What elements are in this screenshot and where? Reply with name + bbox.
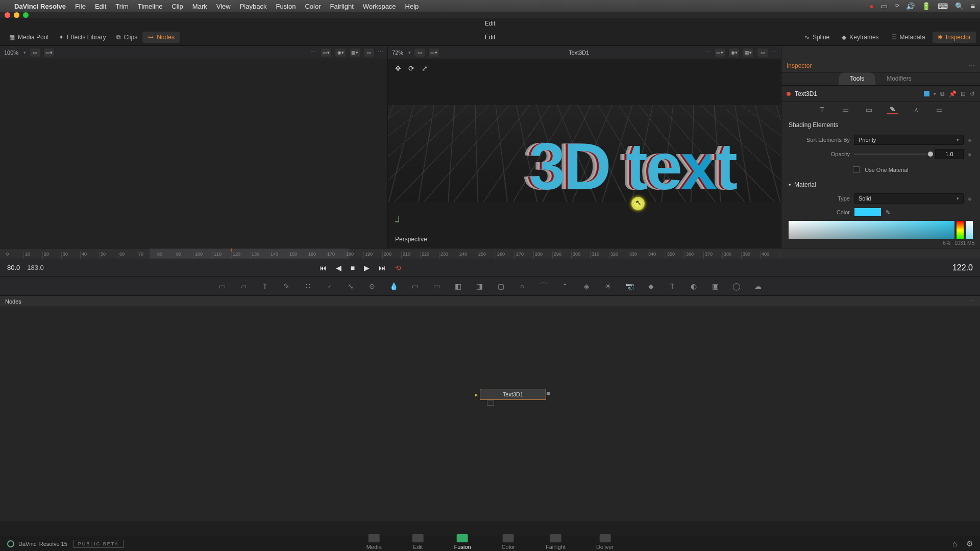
menu-clip[interactable]: Clip — [172, 3, 183, 10]
node-viewer-dot[interactable] — [487, 400, 494, 406]
tab-modifiers[interactable]: Modifiers — [875, 72, 923, 85]
tool-wand-icon[interactable]: ⌃ — [560, 281, 570, 291]
tool-rect-icon[interactable]: ▢ — [496, 281, 506, 291]
time-ruler[interactable]: 0102030405060708090100110120130140150160… — [0, 248, 980, 259]
nodes-graph[interactable]: ▸ Text3D1 — [0, 307, 980, 521]
type-select[interactable]: Solid — [854, 193, 964, 204]
tab-settings-icon[interactable]: ▭ — [934, 105, 945, 114]
node-text3d[interactable]: ▸ Text3D1 — [480, 389, 546, 400]
menu-playback[interactable]: Playback — [240, 3, 267, 10]
menu-icon[interactable]: ≡ — [971, 2, 975, 10]
tool-shape3d-icon[interactable]: ◆ — [646, 281, 656, 291]
view-btn-5[interactable]: ▦▾ — [349, 48, 360, 57]
keyframe-icon[interactable]: ◆ — [968, 152, 973, 157]
keyframes-button[interactable]: ◆Keyframes — [837, 32, 884, 43]
node-output-icon[interactable] — [547, 392, 550, 395]
loop-button[interactable]: ⟲ — [395, 264, 401, 272]
nodes-button[interactable]: ⊶Nodes — [142, 32, 180, 43]
page-color[interactable]: Color — [502, 534, 515, 550]
view2-btn-5[interactable]: ▦▾ — [743, 48, 754, 57]
home-icon[interactable]: ⌂ — [952, 539, 957, 548]
first-frame-button[interactable]: ⏮ — [320, 264, 327, 272]
tool-bg-icon[interactable]: ▭ — [217, 281, 227, 291]
wifi-icon[interactable]: ⌔ — [895, 2, 899, 10]
menu-fusion[interactable]: Fusion — [276, 3, 296, 10]
lum-strip[interactable] — [966, 221, 973, 239]
tool-render3d-icon[interactable]: ◐ — [689, 281, 699, 291]
page-deliver[interactable]: Deliver — [596, 534, 614, 550]
tool-camera-icon[interactable]: 📷 — [624, 281, 634, 291]
spline-button[interactable]: ∿Spline — [799, 32, 835, 43]
hue-strip[interactable] — [957, 221, 964, 239]
zoom-left[interactable]: 100% — [4, 49, 18, 56]
node-input-icon[interactable]: ▸ — [475, 392, 478, 397]
battery-icon[interactable]: 🔋 — [922, 2, 930, 10]
minimize-window[interactable] — [14, 12, 19, 18]
current-frame[interactable]: 122.0 — [952, 263, 973, 272]
menu-edit[interactable]: Edit — [95, 3, 106, 10]
tool-cloud-icon[interactable]: ☁ — [753, 281, 763, 291]
view-btn-6[interactable]: ▭ — [363, 48, 375, 57]
menu-file[interactable]: File — [75, 3, 86, 10]
settings-icon[interactable]: ⚙ — [966, 539, 973, 548]
tab-layout-icon[interactable]: ▭ — [840, 105, 851, 114]
page-fairlight[interactable]: Fairlight — [546, 534, 566, 550]
tool-sphere-icon[interactable]: ◯ — [731, 281, 742, 291]
rotate-tool-icon[interactable]: ⟳ — [408, 64, 414, 72]
tool-blur-icon[interactable]: 💧 — [388, 281, 399, 291]
tool-mask-icon[interactable]: ⟋ — [324, 281, 334, 291]
sort-select[interactable]: Priority — [854, 135, 964, 145]
keyboard-icon[interactable]: ⌨ — [938, 2, 948, 10]
tool-transform-icon[interactable]: ◧ — [453, 281, 463, 291]
view2-btn-4[interactable]: ◉▾ — [728, 48, 740, 57]
menu-mark[interactable]: Mark — [192, 3, 207, 10]
viewer-left[interactable] — [0, 59, 388, 248]
view-btn-3[interactable]: ▭▾ — [321, 48, 332, 57]
nodes-more-icon[interactable]: ⋯ — [969, 298, 975, 305]
out-point[interactable]: 183.0 — [27, 264, 44, 271]
menu-timeline[interactable]: Timeline — [138, 3, 163, 10]
tool-particles-icon[interactable]: ∷ — [303, 281, 313, 291]
maximize-window[interactable] — [23, 12, 29, 18]
last-frame-button[interactable]: ⏭ — [379, 264, 386, 272]
view-btn-4[interactable]: ◉▾ — [335, 48, 346, 57]
page-media[interactable]: Media — [366, 534, 382, 550]
use-one-material-checkbox[interactable] — [853, 166, 860, 173]
color-swatch[interactable] — [854, 208, 881, 217]
menu-help[interactable]: Help — [405, 3, 419, 10]
view2-btn-1[interactable]: ▭ — [414, 48, 425, 57]
material-header[interactable]: ▾Material — [781, 178, 980, 191]
node-reset-icon[interactable]: ↺ — [970, 90, 975, 97]
node-version-icon[interactable] — [924, 91, 929, 96]
menu-view[interactable]: View — [216, 3, 231, 10]
inspector-button[interactable]: ✱Inspector — [933, 32, 976, 43]
scale-tool-icon[interactable]: ⤢ — [422, 64, 428, 72]
tab-transform-icon[interactable]: ▭ — [864, 105, 875, 114]
tab-tools[interactable]: Tools — [839, 72, 875, 85]
app-name[interactable]: DaVinci Resolve — [14, 3, 66, 10]
tool-bezier-icon[interactable]: ⌒ — [538, 281, 549, 291]
search-icon[interactable]: 🔍 — [955, 2, 964, 10]
tool-resize-icon[interactable]: ▭ — [431, 281, 442, 291]
viewer-right[interactable]: ✥ ⟳ ⤢ 3D text ┘ Perspective — [388, 59, 781, 248]
tool-color-icon[interactable]: ◨ — [474, 281, 484, 291]
page-edit[interactable]: Edit — [412, 534, 424, 550]
media-pool-button[interactable]: ▦Media Pool — [4, 32, 54, 43]
node-pin-icon[interactable]: 📌 — [949, 90, 957, 97]
menu-workspace[interactable]: Workspace — [363, 3, 396, 10]
tool-3d-icon[interactable]: ◈ — [581, 281, 592, 291]
view2-btn-2[interactable]: ▭▾ — [428, 48, 439, 57]
tool-cube-icon[interactable]: ▣ — [710, 281, 720, 291]
tool-text3d-icon[interactable]: T — [667, 281, 677, 291]
menu-color[interactable]: Color — [305, 3, 321, 10]
display-icon[interactable]: ▭ — [881, 2, 888, 10]
color-picker[interactable] — [789, 221, 973, 239]
tool-paint-icon[interactable]: ✎ — [281, 281, 291, 291]
tool-ellipse-icon[interactable]: ○ — [517, 281, 527, 291]
opacity-value[interactable]: 1.0 — [935, 149, 964, 159]
keyframe-icon[interactable]: ◆ — [968, 196, 973, 202]
inspector-more-icon[interactable]: ⋯ — [969, 62, 975, 69]
tool-text-icon[interactable]: T — [260, 281, 270, 291]
step-back-button[interactable]: ◀ — [336, 264, 341, 272]
opacity-slider[interactable] — [854, 154, 931, 155]
